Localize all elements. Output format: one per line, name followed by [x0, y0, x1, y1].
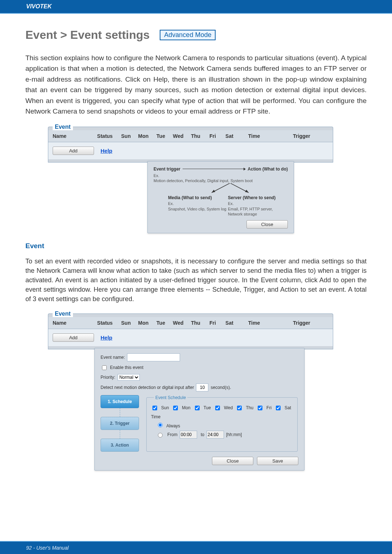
col-thu: Thu — [187, 133, 204, 139]
event-name-label: Event name: — [101, 355, 125, 360]
day-mon-checkbox[interactable] — [173, 406, 178, 410]
col-sat: Sat — [221, 320, 238, 326]
col-wed: Wed — [170, 133, 187, 139]
diagram-popup: Event trigger Action (What to do) Ex. Mo… — [147, 161, 294, 233]
diagram-server-ex: Ex. — [228, 201, 234, 206]
diagram-media-title: Media (What to send) — [168, 195, 228, 200]
wizard-steps: 1. Schedule 2. Trigger 3. Action — [101, 395, 139, 452]
day-tue-label: Tue — [204, 405, 211, 410]
step-connector-icon — [120, 408, 120, 417]
day-checkbox-row: Sun Mon Tue Wed Thu Fri Sat — [151, 405, 293, 411]
event-schedule-box: Event Schedule Sun Mon Tue Wed Thu Fri S… — [146, 395, 298, 452]
step-connector-icon — [120, 430, 120, 439]
fork-arrows-icon — [208, 183, 281, 194]
help-link[interactable]: Help — [101, 148, 113, 154]
arrow-right-icon — [183, 169, 245, 169]
day-sat-label: Sat — [285, 405, 291, 410]
time-from-label: From — [167, 432, 177, 437]
diagram-trigger-sub: Motion detection, Periodically, Digital … — [154, 178, 253, 183]
page-title: Event > Event settings — [25, 28, 150, 42]
section-head-event: Event — [25, 242, 367, 250]
col-thu: Thu — [187, 320, 204, 326]
day-sun-checkbox[interactable] — [152, 406, 157, 410]
day-thu-checkbox[interactable] — [237, 406, 242, 410]
settings-close-button[interactable]: Close — [212, 457, 253, 465]
enable-event-checkbox[interactable] — [102, 365, 107, 370]
add-button[interactable]: Add — [53, 147, 94, 155]
time-label: Time — [151, 414, 293, 419]
col-sat: Sat — [221, 133, 238, 139]
day-thu-label: Thu — [246, 405, 253, 410]
time-from-radio[interactable] — [158, 433, 163, 438]
col-name: Name — [53, 133, 93, 139]
time-hhmm-hint: [hh:mm] — [226, 432, 242, 437]
step-schedule[interactable]: 1. Schedule — [101, 395, 139, 408]
event-settings-popup: Event name: Enable this event Priority: … — [94, 348, 305, 471]
page-footer: 92 - User's Manual — [0, 541, 392, 554]
event-panel-settings: Event Name Status Sun Mon Tue Wed Thu Fr… — [47, 311, 334, 471]
col-time: Time — [238, 320, 270, 326]
col-fri: Fri — [204, 320, 221, 326]
day-mon-label: Mon — [182, 405, 190, 410]
footer-text: 92 - User's Manual — [26, 545, 69, 551]
col-tue: Tue — [152, 133, 170, 139]
col-fri: Fri — [204, 133, 221, 139]
diagram-close-button[interactable]: Close — [246, 220, 288, 229]
detect-seconds-field[interactable] — [196, 383, 208, 391]
body-paragraph-2: To set an event with recorded video or s… — [25, 257, 367, 304]
step-action[interactable]: 3. Action — [101, 439, 139, 452]
event-legend-2: Event — [53, 311, 73, 317]
day-fri-checkbox[interactable] — [258, 406, 262, 410]
col-mon: Mon — [135, 133, 152, 139]
detect-label-pre: Detect next motion detection or digital … — [101, 385, 194, 390]
col-trigger: Trigger — [270, 133, 333, 139]
diagram-action-title: Action (What to do) — [248, 167, 288, 172]
intro-paragraph: This section explains how to configure t… — [25, 53, 367, 117]
enable-event-label: Enable this event — [110, 365, 143, 370]
diagram-server-sub: Email, FTP, HTTP server, Network storage — [228, 207, 273, 216]
time-always-radio[interactable] — [158, 423, 163, 427]
time-always-label: Always — [166, 423, 180, 428]
event-table-header: Name Status Sun Mon Tue Wed Thu Fri Sat … — [48, 130, 333, 142]
help-link-2[interactable]: Help — [101, 335, 113, 341]
col-status: Status — [93, 133, 117, 139]
col-wed: Wed — [170, 320, 187, 326]
schedule-legend: Event Schedule — [154, 395, 187, 400]
priority-label: Priority: — [101, 375, 115, 380]
col-time: Time — [238, 133, 270, 139]
day-wed-label: Wed — [224, 405, 233, 410]
col-name: Name — [53, 320, 93, 326]
col-sun: Sun — [117, 133, 135, 139]
day-sun-label: Sun — [161, 405, 169, 410]
svg-marker-1 — [212, 190, 215, 193]
day-tue-checkbox[interactable] — [195, 406, 200, 410]
time-to-label: to — [201, 432, 204, 437]
mode-chip: Advanced Mode — [160, 30, 216, 40]
diagram-media-sub: Snapshot, Video clip, System log — [168, 207, 226, 211]
priority-select[interactable]: Normal — [118, 374, 140, 381]
event-table-header-2: Name Status Sun Mon Tue Wed Thu Fri Sat … — [48, 317, 333, 329]
detect-label-post: second(s). — [211, 385, 231, 390]
svg-marker-3 — [245, 190, 249, 193]
day-sat-checkbox[interactable] — [276, 406, 281, 410]
time-from-field[interactable] — [180, 431, 197, 439]
event-panel-overview: Event Name Status Sun Mon Tue Wed Thu Fr… — [47, 124, 334, 233]
diagram-trigger-title: Event trigger — [154, 167, 180, 172]
event-name-field[interactable] — [127, 353, 180, 361]
brand-header: VIVOTEK — [0, 0, 392, 14]
diagram-media-ex: Ex. — [168, 201, 174, 206]
col-tue: Tue — [152, 320, 170, 326]
day-wed-checkbox[interactable] — [215, 406, 220, 410]
col-status: Status — [93, 320, 117, 326]
brand-name: VIVOTEK — [26, 3, 52, 9]
settings-save-button[interactable]: Save — [257, 457, 298, 465]
col-trigger: Trigger — [270, 320, 333, 326]
event-legend: Event — [53, 124, 73, 130]
step-trigger[interactable]: 2. Trigger — [101, 417, 139, 430]
day-fri-label: Fri — [266, 405, 271, 410]
diagram-trigger-ex: Ex. — [154, 173, 159, 178]
time-to-field[interactable] — [207, 431, 224, 439]
diagram-server-title: Server (Where to send) — [228, 195, 288, 200]
col-sun: Sun — [117, 320, 135, 326]
add-button-2[interactable]: Add — [53, 333, 94, 342]
